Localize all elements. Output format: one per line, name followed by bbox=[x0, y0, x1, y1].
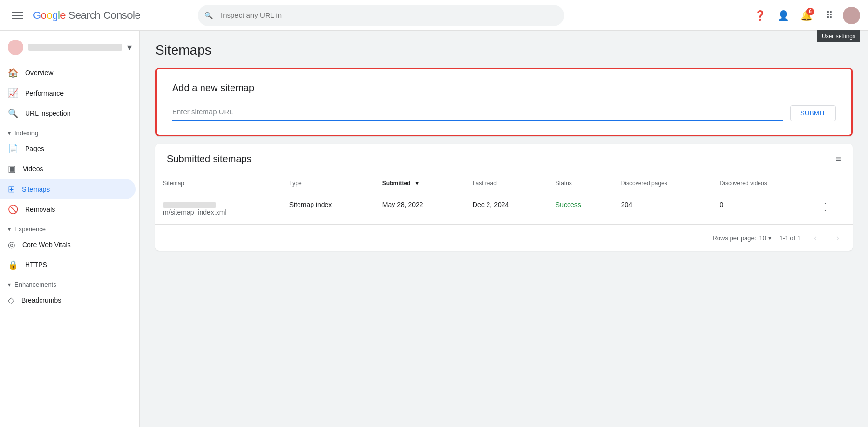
logo-o1: o bbox=[41, 9, 47, 21]
chevron-down-icon: ▾ bbox=[127, 42, 132, 53]
help-button[interactable]: ❓ bbox=[750, 6, 770, 25]
avatar[interactable] bbox=[843, 7, 860, 24]
sidebar-item-removals[interactable]: 🚫 Removals bbox=[0, 199, 136, 220]
app-logo: Google Search Console bbox=[33, 9, 140, 22]
submitted-card-header: Submitted sitemaps ≡ bbox=[155, 144, 853, 174]
discovered-videos-cell: 0 bbox=[712, 193, 813, 224]
logo-rest: Search Console bbox=[66, 9, 140, 21]
notifications-button[interactable]: 🔔 6 bbox=[797, 6, 816, 25]
sidebar-item-breadcrumbs-label: Breadcrumbs bbox=[21, 296, 61, 304]
rows-select-chevron-icon: ▾ bbox=[768, 234, 772, 242]
sidebar-item-url-inspection[interactable]: 🔍 URL inspection bbox=[0, 103, 136, 124]
performance-icon: 📈 bbox=[8, 88, 18, 98]
notifications-badge: 6 bbox=[806, 8, 814, 15]
sidebar-item-https-label: HTTPS bbox=[25, 261, 47, 269]
sidebar-item-pages-label: Pages bbox=[25, 145, 44, 152]
apps-grid-icon: ⠿ bbox=[826, 10, 833, 21]
submitted-cell: May 28, 2022 bbox=[375, 193, 465, 224]
sidebar-item-performance-label: Performance bbox=[25, 89, 64, 97]
sitemaps-icon: ⊞ bbox=[8, 184, 15, 194]
help-icon: ❓ bbox=[754, 10, 766, 21]
rows-per-page-select[interactable]: 10 ▾ bbox=[759, 234, 771, 242]
search-bar: 🔍 bbox=[198, 5, 564, 26]
sidebar-item-overview-label: Overview bbox=[25, 69, 53, 77]
hamburger-icon bbox=[12, 10, 23, 21]
sidebar-item-core-web-vitals[interactable]: ◎ Core Web Vitals bbox=[0, 234, 136, 255]
col-discovered-videos: Discovered videos bbox=[712, 174, 813, 193]
rows-per-page-value: 10 bbox=[759, 234, 766, 242]
sidebar-item-core-web-vitals-label: Core Web Vitals bbox=[22, 241, 71, 248]
sidebar-item-https[interactable]: 🔒 HTTPS bbox=[0, 255, 136, 275]
page-title: Sitemaps bbox=[155, 42, 853, 58]
status-cell: Success bbox=[548, 193, 613, 224]
apps-button[interactable]: ⠿ bbox=[820, 6, 839, 25]
sidebar-item-url-inspection-label: URL inspection bbox=[25, 110, 70, 117]
sitemap-cell: m/sitemap_index.xml bbox=[155, 193, 282, 224]
rows-per-page-label: Rows per page: bbox=[712, 234, 756, 242]
rows-per-page: Rows per page: 10 ▾ bbox=[712, 234, 772, 242]
indexing-section-header[interactable]: ▾ Indexing bbox=[0, 124, 139, 138]
type-cell: Sitemap index bbox=[282, 193, 375, 224]
table-header-row: Sitemap Type Submitted ▼ Last read Statu… bbox=[155, 174, 853, 193]
add-sitemap-card: Add a new sitemap SUBMIT bbox=[155, 68, 853, 136]
indexing-section-label: Indexing bbox=[14, 129, 38, 137]
indexing-arrow-icon: ▾ bbox=[8, 130, 11, 137]
prev-page-button[interactable]: ‹ bbox=[808, 231, 823, 245]
topbar-left: Google Search Console bbox=[8, 6, 186, 25]
logo-o2: o bbox=[46, 9, 52, 21]
sitemap-input-row: SUBMIT bbox=[172, 105, 836, 121]
pages-icon: 📄 bbox=[8, 143, 18, 154]
topbar-right: ❓ 👤 🔔 6 ⠿ User settings bbox=[750, 6, 860, 25]
table-footer: Rows per page: 10 ▾ 1-1 of 1 ‹ › bbox=[155, 224, 853, 251]
users-icon: 👤 bbox=[777, 10, 789, 21]
discovered-pages-cell: 204 bbox=[613, 193, 712, 224]
enhancements-section-label: Enhancements bbox=[14, 281, 56, 288]
sidebar-item-videos-label: Videos bbox=[23, 165, 43, 173]
sidebar-item-removals-label: Removals bbox=[25, 206, 55, 213]
main-content: Sitemaps Add a new sitemap SUBMIT Submit… bbox=[140, 31, 868, 427]
table-row: m/sitemap_index.xml Sitemap index May 28… bbox=[155, 193, 853, 224]
url-inspection-icon: 🔍 bbox=[8, 108, 18, 119]
col-last-read: Last read bbox=[465, 174, 548, 193]
sort-arrow-icon: ▼ bbox=[414, 180, 420, 187]
logo-g: g bbox=[52, 9, 58, 21]
sidebar-item-sitemaps-label: Sitemaps bbox=[22, 185, 50, 193]
menu-button[interactable] bbox=[8, 6, 27, 25]
sidebar-item-sitemaps[interactable]: ⊞ Sitemaps bbox=[0, 179, 136, 199]
search-input[interactable] bbox=[198, 5, 564, 26]
enhancements-arrow-icon: ▾ bbox=[8, 281, 11, 288]
enhancements-section-header[interactable]: ▾ Enhancements bbox=[0, 275, 139, 290]
search-icon: 🔍 bbox=[204, 12, 213, 19]
experience-section-header[interactable]: ▾ Experience bbox=[0, 220, 139, 234]
add-sitemap-title: Add a new sitemap bbox=[172, 83, 836, 94]
experience-section-label: Experience bbox=[14, 225, 46, 233]
col-status: Status bbox=[548, 174, 613, 193]
layout: ▾ 🏠 Overview 📈 Performance 🔍 URL inspect… bbox=[0, 31, 868, 427]
sitemap-url-input[interactable] bbox=[172, 106, 783, 118]
sidebar-item-breadcrumbs[interactable]: ◇ Breadcrumbs bbox=[0, 290, 136, 310]
property-selector[interactable]: ▾ bbox=[0, 35, 139, 63]
lock-icon: 🔒 bbox=[8, 260, 18, 270]
removals-icon: 🚫 bbox=[8, 204, 18, 215]
sitemaps-table: Sitemap Type Submitted ▼ Last read Statu… bbox=[155, 174, 853, 224]
sidebar-item-performance[interactable]: 📈 Performance bbox=[0, 83, 136, 103]
filter-icon[interactable]: ≡ bbox=[835, 153, 841, 165]
experience-arrow-icon: ▾ bbox=[8, 226, 11, 233]
logo-G: G bbox=[33, 9, 41, 21]
topbar: Google Search Console 🔍 ❓ 👤 🔔 6 ⠿ User s… bbox=[0, 0, 868, 31]
property-name bbox=[28, 44, 122, 51]
col-discovered-pages: Discovered pages bbox=[613, 174, 712, 193]
pagination-info: 1-1 of 1 bbox=[779, 234, 800, 242]
home-icon: 🏠 bbox=[8, 68, 18, 78]
submitted-sitemaps-card: Submitted sitemaps ≡ Sitemap Type Submit… bbox=[155, 144, 853, 251]
next-page-button[interactable]: › bbox=[830, 231, 845, 245]
more-options-icon[interactable]: ⋮ bbox=[820, 201, 830, 212]
videos-icon: ▣ bbox=[8, 164, 16, 174]
col-submitted[interactable]: Submitted ▼ bbox=[375, 174, 465, 193]
sidebar-item-overview[interactable]: 🏠 Overview bbox=[0, 63, 136, 83]
submit-button[interactable]: SUBMIT bbox=[790, 105, 836, 121]
sidebar-item-videos[interactable]: ▣ Videos bbox=[0, 159, 136, 179]
property-icon bbox=[8, 40, 23, 55]
users-button[interactable]: 👤 bbox=[773, 6, 793, 25]
sidebar-item-pages[interactable]: 📄 Pages bbox=[0, 138, 136, 159]
